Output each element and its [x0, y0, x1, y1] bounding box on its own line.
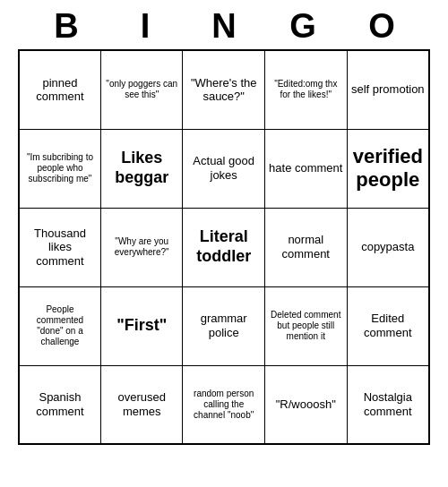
cell-1-3: hate comment [264, 129, 347, 208]
cell-3-3: Deleted comment but people still mention… [264, 286, 347, 365]
cell-2-0: Thousand likes comment [19, 208, 100, 286]
cell-2-4: copypasta [347, 208, 429, 286]
cell-0-1: "only poggers can see this" [100, 50, 183, 129]
cell-3-2: grammar police [183, 286, 265, 365]
cell-2-1: "Why are you everywhere?" [100, 208, 183, 286]
cell-4-4: Nostalgia comment [347, 365, 429, 444]
bingo-grid: pinned comment"only poggers can see this… [18, 49, 430, 445]
cell-3-4: Edited comment [347, 286, 429, 365]
cell-1-2: Actual good jokes [183, 129, 265, 208]
cell-1-4: verified people [347, 129, 429, 208]
cell-3-0: People commented "done" on a challenge [19, 286, 100, 365]
cell-2-2: Literal toddler [183, 208, 265, 286]
letter-b: B [27, 7, 106, 46]
cell-3-1: "First" [100, 286, 183, 365]
cell-4-1: overused memes [100, 365, 183, 444]
cell-0-3: "Edited:omg thx for the likes!" [264, 50, 347, 129]
cell-0-0: pinned comment [19, 50, 100, 129]
cell-4-0: Spanish comment [19, 365, 100, 444]
cell-4-2: random person calling the channel "noob" [183, 365, 265, 444]
cell-4-3: "R/wooosh" [264, 365, 347, 444]
letter-o: O [342, 7, 421, 46]
letter-n: N [185, 7, 263, 46]
cell-2-3: normal comment [264, 208, 347, 286]
letter-i: I [106, 7, 185, 46]
cell-0-2: "Where's the sauce?" [183, 50, 265, 129]
cell-1-0: "Im subcribing to people who subscribing… [19, 129, 100, 208]
letter-g: G [263, 7, 342, 46]
bingo-title: B I N G O [18, 0, 430, 49]
cell-0-4: self promotion [347, 50, 429, 129]
cell-1-1: Likes beggar [100, 129, 183, 208]
